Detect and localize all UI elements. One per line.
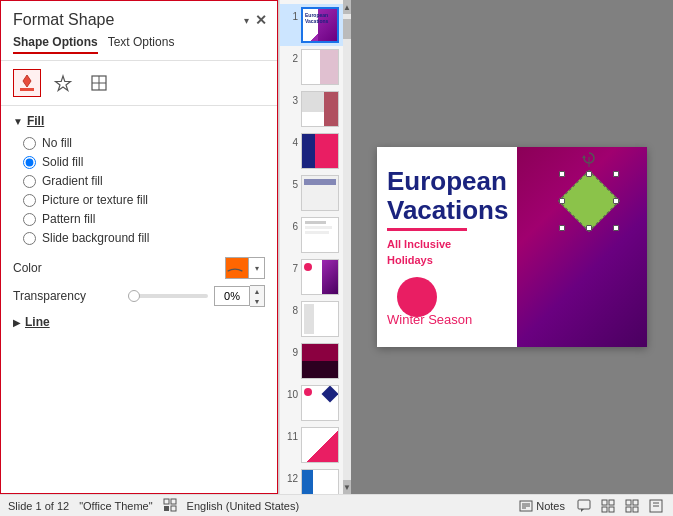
slide-thumbnails: 1 EuropeanVacations 2 3 xyxy=(279,0,343,494)
handle-top-left[interactable] xyxy=(559,171,565,177)
panel-content: ▼ Fill No fill Solid fill Gradient fill xyxy=(1,106,277,493)
diamond-shape[interactable] xyxy=(558,170,620,232)
panel-tabs: Shape Options Text Options xyxy=(1,35,277,61)
no-fill-option[interactable]: No fill xyxy=(23,136,265,150)
notes-button[interactable]: Notes xyxy=(515,499,569,513)
handle-top-right[interactable] xyxy=(613,171,619,177)
handle-top[interactable] xyxy=(586,171,592,177)
comments-icon[interactable] xyxy=(575,497,593,515)
scroll-track[interactable] xyxy=(343,14,351,480)
pattern-fill-option[interactable]: Pattern fill xyxy=(23,212,265,226)
percent-input-group: 0% ▲ ▼ xyxy=(214,285,265,307)
svg-rect-1 xyxy=(20,88,34,91)
svg-rect-26 xyxy=(633,507,638,512)
language-info: English (United States) xyxy=(187,500,300,512)
slide-thumb-6[interactable]: 6 xyxy=(280,214,343,256)
line-section-arrow: ▶ xyxy=(13,317,21,328)
fill-icon-button[interactable] xyxy=(13,69,41,97)
transparency-control: 0% ▲ ▼ xyxy=(128,285,265,307)
slide-thumb-2[interactable]: 2 xyxy=(280,46,343,88)
svg-rect-21 xyxy=(602,507,607,512)
slide-thumb-11[interactable]: 11 xyxy=(280,424,343,466)
normal-view-icon[interactable] xyxy=(599,497,617,515)
slide-thumb-4[interactable]: 4 xyxy=(280,130,343,172)
gradient-fill-option[interactable]: Gradient fill xyxy=(23,174,265,188)
slider-thumb[interactable] xyxy=(128,290,140,302)
size-icon-button[interactable] xyxy=(85,69,113,97)
solid-fill-option[interactable]: Solid fill xyxy=(23,155,265,169)
slide-panel: 1 EuropeanVacations 2 3 xyxy=(278,0,673,494)
tab-shape-options[interactable]: Shape Options xyxy=(13,35,98,54)
slide-thumb-3[interactable]: 3 xyxy=(280,88,343,130)
slide-thumb-1[interactable]: 1 EuropeanVacations xyxy=(280,4,343,46)
slide-canvas: European Vacations All Inclusive Holiday… xyxy=(377,147,647,347)
slide-thumb-8[interactable]: 8 xyxy=(280,298,343,340)
color-dropdown-arrow[interactable]: ▾ xyxy=(248,258,264,278)
scroll-up-arrow[interactable]: ▲ xyxy=(343,0,351,14)
slide-info: Slide 1 of 12 xyxy=(8,500,69,512)
handle-left[interactable] xyxy=(559,198,565,204)
thumb-img-1: EuropeanVacations xyxy=(301,7,339,43)
panel-header: Format Shape ▾ ✕ xyxy=(1,1,277,35)
color-swatch xyxy=(226,258,248,278)
slide-thumb-5[interactable]: 5 xyxy=(280,172,343,214)
fill-section-title: Fill xyxy=(27,114,44,128)
solid-fill-radio[interactable] xyxy=(23,156,36,169)
thumb-img-4 xyxy=(301,133,339,169)
line-section-title: Line xyxy=(25,315,50,329)
thumb-img-9 xyxy=(301,343,339,379)
thumbnail-scrollbar[interactable]: ▲ ▼ xyxy=(343,0,351,494)
status-bar: Slide 1 of 12 "Office Theme" English (Un… xyxy=(0,494,673,516)
svg-rect-12 xyxy=(171,506,176,511)
rotate-handle[interactable] xyxy=(582,151,596,168)
line-section-header[interactable]: ▶ Line xyxy=(13,315,265,329)
handle-bottom[interactable] xyxy=(586,225,592,231)
transparency-slider[interactable] xyxy=(128,294,208,298)
slide-thumb-10[interactable]: 10 xyxy=(280,382,343,424)
slide-bg-fill-option[interactable]: Slide background fill xyxy=(23,231,265,245)
line-section: ▶ Line xyxy=(13,315,265,329)
spinner-down[interactable]: ▼ xyxy=(250,296,264,306)
fill-section-header[interactable]: ▼ Fill xyxy=(13,114,265,128)
svg-rect-25 xyxy=(626,507,631,512)
picture-fill-radio[interactable] xyxy=(23,194,36,207)
svg-rect-10 xyxy=(171,499,176,504)
slide-thumb-9[interactable]: 9 xyxy=(280,340,343,382)
diamond-container[interactable] xyxy=(559,171,619,231)
slide-bg-fill-radio[interactable] xyxy=(23,232,36,245)
svg-rect-22 xyxy=(609,507,614,512)
scroll-down-arrow[interactable]: ▼ xyxy=(343,480,351,494)
svg-rect-17 xyxy=(578,500,590,509)
handle-bottom-right[interactable] xyxy=(613,225,619,231)
thumb-img-2 xyxy=(301,49,339,85)
thumb-img-11 xyxy=(301,427,339,463)
handle-bottom-left[interactable] xyxy=(559,225,565,231)
scroll-thumb[interactable] xyxy=(343,19,351,39)
transparency-input[interactable]: 0% xyxy=(214,286,250,306)
no-fill-radio[interactable] xyxy=(23,137,36,150)
thumb-img-3 xyxy=(301,91,339,127)
slide-thumb-12[interactable]: 12 xyxy=(280,466,343,494)
panel-dropdown-icon[interactable]: ▾ xyxy=(244,15,249,26)
effects-icon-button[interactable] xyxy=(49,69,77,97)
tab-text-options[interactable]: Text Options xyxy=(108,35,175,54)
reading-view-icon[interactable] xyxy=(647,497,665,515)
gradient-fill-radio[interactable] xyxy=(23,175,36,188)
transparency-label: Transparency xyxy=(13,289,93,303)
spinner-up[interactable]: ▲ xyxy=(250,286,264,296)
panel-close-button[interactable]: ✕ xyxy=(255,12,267,28)
pattern-fill-radio[interactable] xyxy=(23,213,36,226)
slide-sorter-icon[interactable] xyxy=(623,497,641,515)
percent-spinner: ▲ ▼ xyxy=(250,285,265,307)
slide-thumb-7[interactable]: 7 xyxy=(280,256,343,298)
color-picker-button[interactable]: ▾ xyxy=(225,257,265,279)
fill-options: No fill Solid fill Gradient fill Picture… xyxy=(13,136,265,245)
thumb-img-8 xyxy=(301,301,339,337)
handle-right[interactable] xyxy=(613,198,619,204)
title-underline xyxy=(387,228,467,231)
picture-fill-option[interactable]: Picture or texture fill xyxy=(23,193,265,207)
format-shape-panel: Format Shape ▾ ✕ Shape Options Text Opti… xyxy=(0,0,278,494)
slide-content-area: European Vacations All Inclusive Holiday… xyxy=(351,0,673,494)
color-row: Color ▾ xyxy=(13,257,265,279)
diamond-with-handles[interactable] xyxy=(559,171,619,231)
